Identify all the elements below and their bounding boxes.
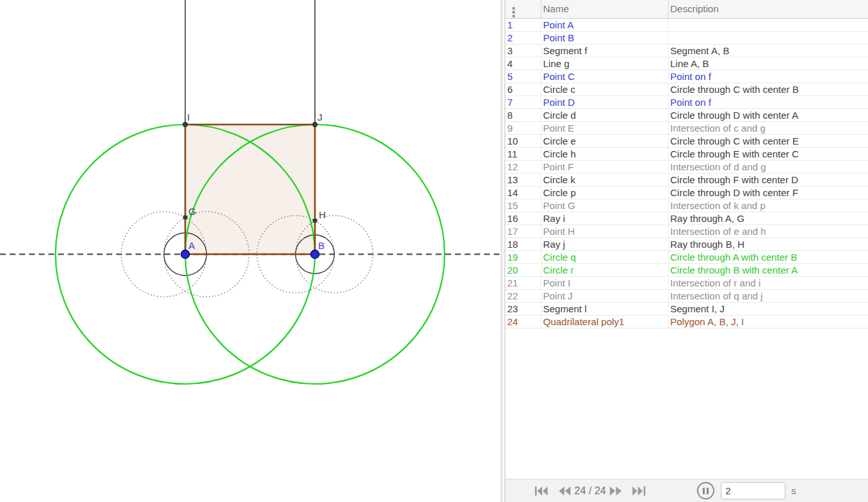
skip-to-start-button[interactable] [535, 487, 548, 496]
skip-to-end-button[interactable] [632, 487, 645, 496]
step-forward-button[interactable] [610, 487, 621, 496]
cell-desc: Intersection of d and g [668, 160, 868, 173]
protocol-row[interactable]: 4Line gLine A, B [505, 57, 868, 70]
cell-desc: Point on f [668, 95, 868, 108]
cell-no: 6 [505, 83, 541, 95]
protocol-row[interactable]: 13Circle kCircle through F with center D [505, 173, 868, 186]
cell-name: Circle h [541, 147, 668, 160]
cell-name: Line g [541, 57, 668, 70]
cell-name: Quadrilateral poly1 [541, 315, 668, 328]
cell-no: 24 [505, 315, 541, 328]
cell-desc: Intersection of e and h [668, 225, 868, 237]
seconds-unit-label: s [791, 485, 796, 496]
cell-name: Point I [541, 276, 668, 289]
protocol-row[interactable]: 17Point HIntersection of e and h [505, 225, 868, 237]
protocol-row[interactable]: 19Circle qCircle through A with center B [505, 250, 868, 263]
protocol-row[interactable]: 8Circle dCircle through D with center A [505, 108, 868, 121]
protocol-row[interactable]: 18Ray jRay through B, H [505, 237, 868, 250]
cell-no: 4 [505, 57, 541, 70]
protocol-row[interactable]: 22Point JIntersection of q and j [505, 289, 868, 302]
point-A[interactable] [181, 250, 190, 259]
cell-desc: Circle through D with center A [668, 108, 868, 121]
cell-desc: Circle through E with center C [668, 147, 868, 160]
polygon-poly1-fill[interactable] [185, 125, 315, 254]
point-J[interactable] [312, 122, 318, 127]
column-header-name[interactable]: Name [541, 0, 668, 18]
graphics-view[interactable]: A B G H I J [0, 0, 501, 502]
protocol-row[interactable]: 5Point CPoint on f [505, 70, 868, 83]
cell-no: 15 [505, 199, 541, 212]
cell-no: 1 [505, 18, 541, 31]
protocol-row[interactable]: 9Point EIntersection of c and g [505, 121, 868, 134]
cell-name: Circle k [541, 173, 668, 186]
construction-navigation-bar: 24 / 24 s [505, 479, 868, 502]
protocol-row[interactable]: 20Circle rCircle through B with center A [505, 263, 868, 276]
cell-desc: Segment A, B [668, 44, 868, 57]
cell-name: Point H [541, 225, 668, 237]
skip-to-end-icon [632, 487, 645, 496]
protocol-header-row: Name Description [505, 0, 868, 18]
protocol-row[interactable]: 21Point IIntersection of r and i [505, 276, 868, 289]
cell-desc: Circle through F with center D [668, 173, 868, 186]
protocol-row[interactable]: 12Point FIntersection of d and g [505, 160, 868, 173]
protocol-row[interactable]: 7Point DPoint on f [505, 95, 868, 108]
cell-desc [668, 18, 868, 31]
cell-no: 22 [505, 289, 541, 302]
column-options-icon[interactable] [507, 6, 515, 17]
protocol-row[interactable]: 24Quadrilateral poly1Polygon A, B, J, I [505, 315, 868, 328]
cell-name: Circle c [541, 83, 668, 95]
cell-no: 19 [505, 250, 541, 263]
protocol-row[interactable]: 15Point GIntersection of k and p [505, 199, 868, 212]
protocol-row[interactable]: 6Circle cCircle through C with center B [505, 83, 868, 95]
cell-desc: Ray through A, G [668, 212, 868, 225]
cell-desc: Circle through C with center E [668, 134, 868, 147]
cell-no: 13 [505, 173, 541, 186]
point-I[interactable] [183, 122, 188, 127]
skip-to-start-icon [535, 487, 548, 496]
protocol-row[interactable]: 2Point B [505, 31, 868, 44]
protocol-row[interactable]: 23Segment lSegment I, J [505, 302, 868, 315]
cell-name: Point C [541, 70, 668, 83]
cell-name: Point D [541, 95, 668, 108]
protocol-table-container: Name Description 1Point A2Point B3Segmen… [505, 0, 868, 479]
column-header-description[interactable]: Description [668, 0, 868, 18]
protocol-row[interactable]: 10Circle eCircle through C with center E [505, 134, 868, 147]
cell-desc: Circle through D with center F [668, 186, 868, 199]
label-J: J [318, 112, 323, 123]
cell-desc: Point on f [668, 70, 868, 83]
step-back-button[interactable] [559, 487, 570, 496]
cell-desc: Intersection of k and p [668, 199, 868, 212]
protocol-row[interactable]: 14Circle pCircle through D with center F [505, 186, 868, 199]
cell-no: 17 [505, 225, 541, 237]
cell-desc: Line A, B [668, 57, 868, 70]
step-forward-icon [610, 487, 621, 496]
cell-no: 5 [505, 70, 541, 83]
cell-name: Circle e [541, 134, 668, 147]
cell-desc [668, 31, 868, 44]
step-back-icon [559, 487, 570, 496]
cell-name: Circle r [541, 263, 668, 276]
cell-name: Segment l [541, 302, 668, 315]
point-H[interactable] [312, 218, 317, 223]
cell-desc: Segment I, J [668, 302, 868, 315]
cell-desc: Intersection of c and g [668, 121, 868, 134]
cell-name: Point B [541, 31, 668, 44]
protocol-row[interactable]: 1Point A [505, 18, 868, 31]
protocol-row[interactable]: 16Ray iRay through A, G [505, 212, 868, 225]
cell-no: 14 [505, 186, 541, 199]
point-G[interactable] [183, 215, 187, 219]
label-H: H [319, 209, 326, 220]
cell-desc: Circle through B with center A [668, 263, 868, 276]
panel-splitter[interactable] [501, 0, 505, 502]
cell-name: Point E [541, 121, 668, 134]
pause-button[interactable] [697, 482, 714, 499]
point-B[interactable] [311, 250, 319, 259]
cell-name: Ray j [541, 237, 668, 250]
protocol-row[interactable]: 11Circle hCircle through E with center C [505, 147, 868, 160]
play-delay-input[interactable] [721, 482, 785, 499]
cell-no: 9 [505, 121, 541, 134]
pause-icon [703, 488, 705, 494]
label-G: G [188, 206, 196, 217]
protocol-row[interactable]: 3Segment fSegment A, B [505, 44, 868, 57]
options-column-header[interactable] [505, 0, 541, 18]
